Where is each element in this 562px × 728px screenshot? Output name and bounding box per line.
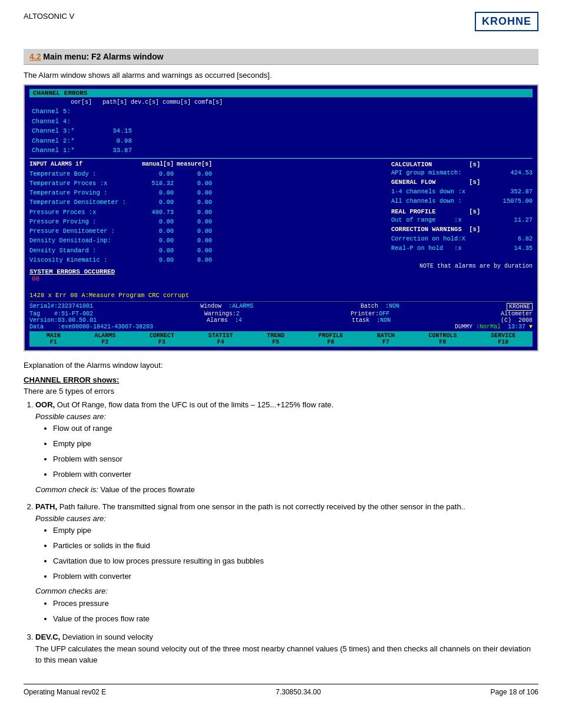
alarm-row: Pressure Densitometer : 0.00 0.00	[29, 226, 385, 236]
fkey-main[interactable]: MAINF1	[47, 332, 61, 345]
path-title: PATH,	[35, 502, 57, 511]
note-text: NOTE that alarms are by duration	[391, 263, 533, 269]
channel-row: Channel 2:* 0.98	[32, 136, 533, 146]
alarm-row: Temperature Densitometer : 0.00 0.00	[29, 197, 385, 207]
devc-text: Deviation in sound velocity	[62, 633, 153, 641]
gen-flow-row: 1-4 channels down :x 352.87	[391, 187, 533, 196]
devc-title: DEV.C,	[35, 633, 60, 641]
fkey-correct[interactable]: CORRECTF3	[150, 332, 174, 345]
fkey-service[interactable]: SERVICEF10	[491, 332, 515, 345]
channel-col-headers: oor[s] path[s] dev.c[s] commu[s] comfa[s…	[32, 99, 533, 106]
oor-causes: Flow out of range Empty pipe Problem wit…	[53, 422, 538, 481]
channel-row: Channel 3:* 34.15	[32, 126, 533, 136]
channel-error-desc: There are 5 types of errors	[24, 387, 538, 396]
page-footer: Operating Manual rev02 E 7.30850.34.00 P…	[24, 684, 538, 696]
gen-flow-title: GENERAL FLOW [s]	[391, 179, 533, 186]
alarm-row: Density Densitoad-inp: 0.00 0.00	[29, 236, 385, 245]
list-item: Problem with sensor	[53, 453, 538, 466]
explanation-list: OOR, Out Of Range, flow data from the UF…	[35, 399, 538, 666]
status-row3: Version:03.00.50.01 Alarms :4 ttask :NON…	[29, 317, 533, 324]
channel-errors-bar: CHANNEL ERRORS	[29, 89, 533, 97]
real-profile-title: REAL PROFILE [s]	[391, 208, 533, 215]
path-text: Path failure. The transmitted signal fro…	[59, 502, 465, 511]
list-item-path: PATH, Path failure. The transmitted sign…	[35, 501, 538, 625]
list-item: Empty pipe	[53, 437, 538, 450]
status-row4: Data :exe00000-18421-43067-38203 DUMMY :…	[29, 324, 533, 330]
terminal-screen: CHANNEL ERRORS oor[s] path[s] dev.c[s] c…	[24, 84, 538, 351]
alarm-row: Viscosity Kinematic : 0.00 0.00	[29, 255, 385, 265]
oor-possible-causes: Possible causes are:	[35, 412, 106, 421]
path-common-check-items: Proces pressure Value of the proces flow…	[53, 597, 538, 625]
terminal-left: INPUT ALARMS if manual[s] measure[s] Tem…	[29, 161, 385, 299]
status-row2: Tag #:51-FT-002 Warnings:2 Printer:OFF A…	[29, 311, 533, 317]
list-item: Problem with converter	[53, 570, 538, 583]
section-number: 4.2	[29, 52, 41, 61]
alarm-row: Pressure Proving : 0.00 0.00	[29, 217, 385, 226]
alarm-row: Pressure Proces :x 480.73 0.00	[29, 207, 385, 217]
devc-extra: The UFP calculates the mean sound veloci…	[35, 644, 531, 665]
terminal-right: CALCULATION [s] API group mismatch: 424.…	[391, 161, 533, 299]
alarm-row: Temperature Proces :x 518.32 0.00	[29, 179, 385, 188]
system-errors-label: SYSTEM ERRORS OCCURRED	[29, 268, 385, 275]
channel-row: Channel 1:* 33.87	[32, 146, 533, 156]
footer-center: 7.30850.34.00	[276, 688, 321, 696]
fkey-trend[interactable]: TRENDF5	[267, 332, 285, 345]
input-alarm-rows: Temperature Body : 0.00 0.00 Temperature…	[29, 169, 385, 265]
terminal-body: INPUT ALARMS if manual[s] measure[s] Tem…	[29, 161, 533, 299]
list-item-oor: OOR, Out Of Range, flow data from the UF…	[35, 399, 538, 495]
path-common-checks: Common checks are:	[35, 587, 108, 595]
list-item: Problem with converter	[53, 468, 538, 481]
krohne-logo: KROHNE	[475, 12, 538, 31]
channel-rows: Channel 5: Channel 4: Channel 3:* 34.15 …	[29, 107, 533, 156]
list-item: Flow out of range	[53, 422, 538, 435]
fkey-statist[interactable]: STATISTF4	[208, 332, 233, 345]
section-header: 4.2 Main menu: F2 Alarms window	[24, 49, 538, 65]
document-title: ALTOSONIC V	[24, 12, 74, 21]
path-causes: Empty pipe Particles or solids in the fl…	[53, 524, 538, 583]
real-profile-row: Out of range :x 11.27	[391, 216, 533, 223]
channel-row: Channel 4:	[32, 117, 533, 127]
path-possible-causes: Possible causes are:	[35, 514, 106, 523]
system-errors-num: 08	[32, 275, 385, 282]
fkey-alarms[interactable]: ALARMSF2	[94, 332, 115, 345]
api-row: API group mismatch: 424.53	[391, 169, 533, 176]
input-alarms-header: INPUT ALARMS if manual[s] measure[s]	[29, 161, 385, 167]
channel-row: Channel 5:	[32, 107, 533, 117]
channel-error-title: CHANNEL ERROR shows:	[24, 375, 538, 384]
oor-common-check-text: Value of the proces flowrate	[101, 485, 195, 494]
footer-right: Page 18 of 106	[491, 688, 538, 696]
system-errors-section: SYSTEM ERRORS OCCURRED 08	[29, 268, 385, 282]
alarm-row: Density Standard : 0.00 0.00	[29, 246, 385, 255]
footer-left: Operating Manual rev02 E	[24, 688, 106, 696]
oor-common-check: Common check is:	[35, 485, 101, 494]
fkey-bar: MAINF1 ALARMSF2 CORRECTF3 STATISTF4 TREN…	[29, 331, 533, 347]
oor-text: Out Of Range, flow data from the UFC is …	[57, 400, 333, 409]
corr-warn-row: Real-P on hold :x 14.35	[391, 243, 533, 253]
section-description: The Alarm window shows all alarms and wa…	[24, 71, 538, 80]
oor-title: OOR,	[35, 400, 55, 409]
status-bar: Serial#:2323741001 Window :ALARMS Batch …	[29, 301, 533, 330]
status-row1: Serial#:2323741001 Window :ALARMS Batch …	[29, 303, 533, 311]
channel-errors-label: CHANNEL ERRORS	[33, 90, 87, 97]
gen-flow-row: All channels down : 15075.00	[391, 196, 533, 206]
corr-warn-title: CORRECTION WARNINGS [s]	[391, 226, 533, 233]
page-header: ALTOSONIC V KROHNE	[24, 12, 538, 31]
section-title: Main menu: F2 Alarms window	[43, 52, 163, 61]
list-item: Particles or solids in the fluid	[53, 539, 538, 552]
alarm-row: Temperature Body : 0.00 0.00	[29, 169, 385, 179]
calc-title: CALCULATION [s]	[391, 161, 533, 168]
corr-warn-row: Correction on hold:X 6.82	[391, 234, 533, 243]
fkey-profile[interactable]: PROFILEF6	[319, 332, 343, 345]
list-item: Value of the proces flow rate	[53, 612, 538, 625]
error-message: 1428 x Err 08 A:Measure Program CRC corr…	[29, 292, 385, 299]
fkey-controls[interactable]: CONTROLSF8	[429, 332, 457, 345]
alarm-row: Temperature Proving : 0.00 0.00	[29, 188, 385, 197]
fkey-batch[interactable]: BATCHF7	[377, 332, 395, 345]
list-item-devc: DEV.C, Deviation in sound velocity The U…	[35, 631, 538, 666]
list-item: Cavitation due to low proces pressure re…	[53, 555, 538, 568]
explanation-title: Explanation of the Alarms window layout:	[24, 361, 538, 370]
list-item: Proces pressure	[53, 597, 538, 610]
list-item: Empty pipe	[53, 524, 538, 537]
